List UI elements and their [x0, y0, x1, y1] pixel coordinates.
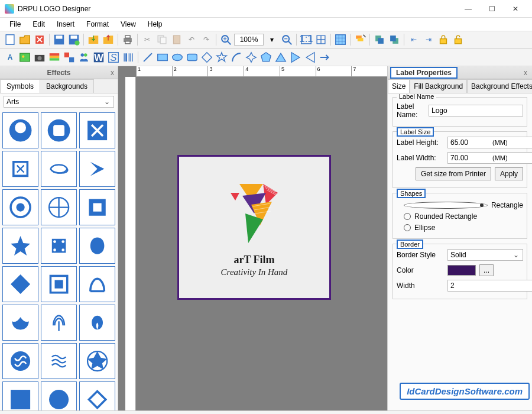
- get-size-button[interactable]: Get size from Printer: [416, 167, 491, 180]
- menu-edit[interactable]: Edit: [27, 19, 51, 30]
- snap-icon[interactable]: [334, 33, 347, 46]
- label-width-input[interactable]: [447, 152, 532, 164]
- image-tool-icon[interactable]: [18, 51, 31, 64]
- symbol-item[interactable]: [41, 228, 77, 264]
- symbol-item[interactable]: [79, 189, 115, 225]
- close-button[interactable]: ✕: [504, 1, 527, 17]
- symbol-item[interactable]: [79, 266, 115, 302]
- fit-icon[interactable]: 1:1: [300, 33, 313, 46]
- word-icon[interactable]: W: [92, 51, 105, 64]
- logo-canvas[interactable]: arT Film Creativity In Hand: [177, 155, 331, 300]
- symbol-item[interactable]: [41, 266, 77, 302]
- symbol-item[interactable]: [2, 343, 38, 379]
- logo-text-2[interactable]: Creativity In Hand: [221, 267, 288, 277]
- copy-icon[interactable]: [155, 33, 168, 46]
- symbol-item[interactable]: [2, 228, 38, 264]
- print-icon[interactable]: [121, 33, 134, 46]
- border-color-swatch[interactable]: [447, 265, 476, 276]
- border-width-input[interactable]: [447, 280, 532, 292]
- tab-background-effects[interactable]: Background Effects: [467, 79, 532, 93]
- tab-symbols[interactable]: Symbols: [0, 79, 40, 93]
- minimize-button[interactable]: —: [456, 1, 480, 17]
- zoom-in-icon[interactable]: [219, 33, 232, 46]
- border-style-select[interactable]: Solid: [447, 249, 523, 261]
- zoom-dropdown-icon[interactable]: ▾: [265, 33, 278, 46]
- align-right-icon[interactable]: ⇥: [422, 33, 435, 46]
- camera-icon[interactable]: [33, 51, 46, 64]
- group-icon[interactable]: [63, 51, 76, 64]
- symbol-item[interactable]: [79, 343, 115, 379]
- zoom-value[interactable]: 100%: [234, 34, 264, 46]
- align-left-icon[interactable]: ⇤: [407, 33, 420, 46]
- apply-button[interactable]: Apply: [495, 167, 523, 180]
- triangle-right-icon[interactable]: [289, 51, 302, 64]
- zoom-out-icon[interactable]: [280, 33, 293, 46]
- props-close-icon[interactable]: x: [521, 69, 530, 77]
- label-height-input[interactable]: [447, 137, 532, 148]
- radio-rectangle[interactable]: Rectangle: [404, 201, 523, 209]
- tab-backgrounds[interactable]: Backgrounds: [40, 79, 94, 93]
- import-icon[interactable]: [87, 33, 100, 46]
- symbol-item[interactable]: [41, 343, 77, 379]
- symbol-item[interactable]: [41, 112, 77, 148]
- menu-format[interactable]: Format: [80, 19, 115, 30]
- save-icon[interactable]: [53, 33, 66, 46]
- barcode-icon[interactable]: [122, 51, 135, 64]
- arrow-icon[interactable]: [319, 51, 332, 64]
- paste-icon[interactable]: [170, 33, 183, 46]
- symbol-item[interactable]: [79, 381, 115, 410]
- triangle-up-icon[interactable]: [274, 51, 287, 64]
- menu-file[interactable]: File: [4, 19, 27, 30]
- bring-front-icon[interactable]: [373, 33, 386, 46]
- diamond-icon[interactable]: [200, 51, 213, 64]
- symbol-item[interactable]: [79, 151, 115, 187]
- open-icon[interactable]: [18, 33, 31, 46]
- ellipse-tool-icon[interactable]: [171, 51, 184, 64]
- triangle-left-icon[interactable]: [304, 51, 317, 64]
- send-back-icon[interactable]: [388, 33, 401, 46]
- label-name-input[interactable]: [429, 105, 523, 117]
- star-icon[interactable]: [215, 51, 228, 64]
- export-icon[interactable]: [102, 33, 115, 46]
- people-icon[interactable]: [77, 51, 90, 64]
- logo-text-1[interactable]: arT Film: [233, 254, 274, 266]
- symbol-item[interactable]: [2, 189, 38, 225]
- symbol-item[interactable]: [2, 266, 38, 302]
- menu-help[interactable]: Help: [142, 19, 168, 30]
- symbol-item[interactable]: [79, 228, 115, 264]
- text-tool-icon[interactable]: A: [4, 51, 17, 64]
- symbol-item[interactable]: [41, 381, 77, 410]
- border-color-more-button[interactable]: ...: [479, 264, 494, 276]
- menu-view[interactable]: View: [115, 19, 142, 30]
- cut-icon[interactable]: ✂: [141, 33, 154, 46]
- tab-fill-background[interactable]: Fill Background: [410, 79, 467, 93]
- save-as-icon[interactable]: [67, 33, 80, 46]
- radio-ellipse[interactable]: Ellipse: [404, 224, 523, 232]
- canvas-area[interactable]: 1234567 arT Film Creativity In Hand: [118, 66, 387, 410]
- unlock-icon[interactable]: [452, 33, 465, 46]
- symbol-item[interactable]: [2, 305, 38, 341]
- rounded-rect-icon[interactable]: [186, 51, 199, 64]
- pentagon-icon[interactable]: [259, 51, 273, 64]
- symbol-item[interactable]: [41, 189, 77, 225]
- lock-icon[interactable]: [437, 33, 450, 46]
- redo-icon[interactable]: ↷: [200, 33, 213, 46]
- layers-icon[interactable]: [353, 33, 366, 46]
- shape-s-icon[interactable]: S: [107, 51, 120, 64]
- undo-icon[interactable]: ↶: [185, 33, 198, 46]
- symbol-item[interactable]: [79, 305, 115, 341]
- rect-tool-icon[interactable]: [156, 51, 169, 64]
- symbol-item[interactable]: [2, 151, 38, 187]
- symbol-item[interactable]: [2, 381, 38, 410]
- symbol-item[interactable]: [41, 151, 77, 187]
- symbol-item[interactable]: [41, 305, 77, 341]
- symbol-item[interactable]: [2, 112, 38, 148]
- menu-insert[interactable]: Insert: [51, 19, 80, 30]
- arc-icon[interactable]: [230, 51, 243, 64]
- tab-size[interactable]: Size: [388, 79, 410, 93]
- line-tool-icon[interactable]: [141, 51, 154, 64]
- maximize-button[interactable]: ☐: [480, 1, 504, 17]
- radio-rounded-rectangle[interactable]: Rounded Rectangle: [404, 212, 523, 221]
- star4-icon[interactable]: [245, 51, 258, 64]
- grid-icon[interactable]: [314, 33, 327, 46]
